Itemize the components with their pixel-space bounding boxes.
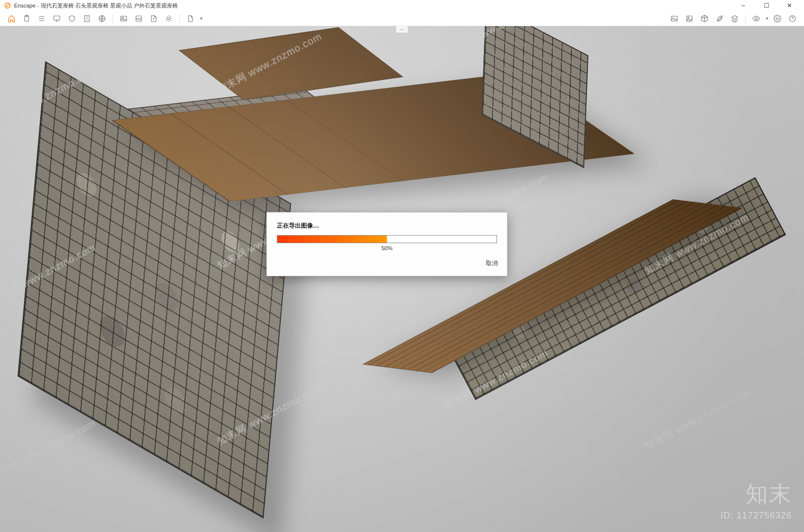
scene-placeholder [0,26,804,532]
minimize-button[interactable]: – [732,0,755,11]
progress-bar [277,235,497,243]
toolbar-separator [113,15,113,23]
app-icon [4,2,11,9]
progress-percent-label: 50% [277,245,497,251]
file-icon[interactable] [183,13,197,24]
image-icon[interactable] [132,13,146,24]
building-icon[interactable] [80,13,94,24]
export-progress-dialog: 正在导出图像… 50% 取消 [266,212,508,276]
picture-icon[interactable] [682,13,696,24]
toolbar-separator [745,15,746,23]
clipboard-icon[interactable] [20,13,34,24]
window-controls: – ☐ ✕ [732,0,801,11]
toolbar: ▾ ▾ [0,11,804,26]
document-title: 现代石笼座椅 石头景观座椅 景观小品 户外石笼景观座椅 [41,3,178,9]
svg-rect-11 [687,16,692,21]
svg-rect-4 [84,16,89,22]
svg-rect-3 [54,16,60,20]
window-title: Enscape - 现代石笼座椅 石头景观座椅 景观小品 户外石笼景观座椅 [14,2,178,10]
titlebar: Enscape - 现代石笼座椅 石头景观座椅 景观小品 户外石笼景观座椅 – … [0,0,804,11]
app-name: Enscape [14,3,36,9]
progress-bar-fill [277,236,387,243]
chevron-down-icon[interactable]: ▾ [764,16,770,21]
render-viewport[interactable]: ︿ 知末网 www.znzmo.com 知末网 www.znzmo.com 知末… [0,26,804,532]
sun-icon[interactable] [162,13,176,24]
close-button[interactable]: ✕ [778,0,801,11]
image-mountain-icon[interactable] [667,13,681,24]
toolbar-separator [179,15,180,23]
eye-icon[interactable] [749,13,763,24]
leaf-icon[interactable] [713,13,727,24]
page-plus-icon[interactable] [147,13,161,24]
cube-icon[interactable] [697,13,712,24]
chevron-down-icon[interactable]: ▾ [198,16,204,21]
monitor-icon[interactable] [50,13,64,24]
cancel-button[interactable]: 取消 [484,258,500,269]
svg-point-14 [776,18,778,20]
shield-icon[interactable] [65,13,79,24]
svg-point-13 [755,18,757,20]
svg-point-12 [688,17,689,18]
help-icon[interactable] [785,13,799,24]
image-frame-icon[interactable] [117,13,131,24]
maximize-button[interactable]: ☐ [755,0,778,11]
list-icon[interactable] [35,13,49,24]
svg-rect-10 [671,16,677,21]
gear-icon[interactable] [770,13,784,24]
dialog-title: 正在导出图像… [277,222,497,230]
svg-point-9 [167,17,170,20]
svg-rect-8 [136,16,142,21]
layers-icon[interactable] [728,13,742,24]
globe-icon[interactable] [95,13,109,24]
home-icon[interactable] [5,13,19,24]
